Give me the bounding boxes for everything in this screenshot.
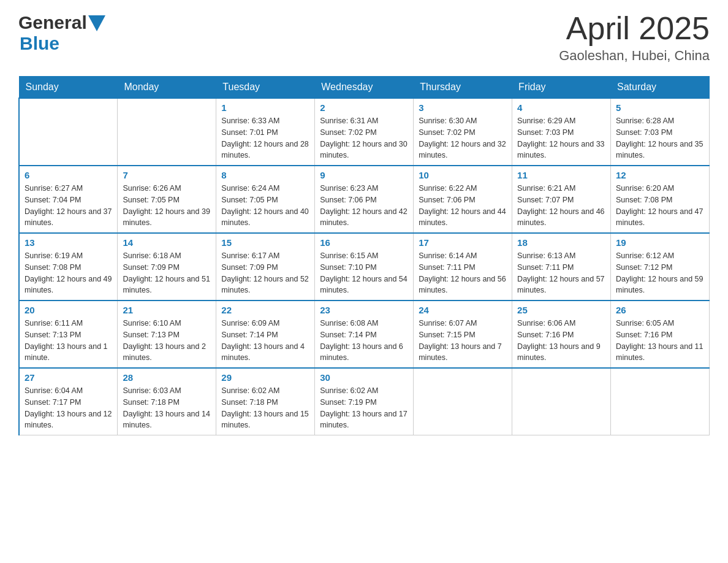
col-header-monday: Monday: [118, 77, 216, 99]
day-number: 19: [616, 237, 704, 248]
sunset-text: Sunset: 7:06 PM: [320, 194, 408, 206]
sunset-text: Sunset: 7:08 PM: [616, 194, 704, 206]
logo-triangle-icon: [88, 15, 105, 31]
sunset-text: Sunset: 7:03 PM: [616, 127, 704, 139]
daylight-text: Daylight: 12 hours and 28 minutes.: [221, 139, 309, 162]
calendar-cell: 2Sunrise: 6:31 AMSunset: 7:02 PMDaylight…: [315, 98, 414, 166]
daylight-text: Daylight: 12 hours and 30 minutes.: [320, 139, 408, 162]
daylight-text: Daylight: 12 hours and 33 minutes.: [517, 139, 605, 162]
daylight-text: Daylight: 12 hours and 39 minutes.: [123, 206, 211, 229]
calendar-cell: 17Sunrise: 6:14 AMSunset: 7:11 PMDayligh…: [414, 233, 512, 301]
day-number: 21: [123, 305, 211, 315]
col-header-thursday: Thursday: [414, 77, 512, 99]
calendar-cell: 4Sunrise: 6:29 AMSunset: 7:03 PMDaylight…: [512, 98, 611, 166]
calendar-cell: 7Sunrise: 6:26 AMSunset: 7:05 PMDaylight…: [118, 166, 216, 233]
col-header-saturday: Saturday: [611, 77, 710, 99]
day-number: 27: [25, 372, 112, 383]
sunset-text: Sunset: 7:13 PM: [25, 329, 112, 341]
sunrise-text: Sunrise: 6:14 AM: [419, 250, 507, 262]
sunset-text: Sunset: 7:11 PM: [517, 262, 605, 274]
calendar-cell: 16Sunrise: 6:15 AMSunset: 7:10 PMDayligh…: [315, 233, 414, 301]
day-info: Sunrise: 6:13 AMSunset: 7:11 PMDaylight:…: [517, 250, 605, 296]
daylight-text: Daylight: 13 hours and 9 minutes.: [517, 341, 605, 364]
sunset-text: Sunset: 7:08 PM: [25, 262, 112, 274]
logo-blue-text: Blue: [20, 33, 59, 53]
daylight-text: Daylight: 12 hours and 57 minutes.: [517, 274, 605, 297]
calendar-week-row: 6Sunrise: 6:27 AMSunset: 7:04 PMDaylight…: [19, 166, 710, 233]
sunset-text: Sunset: 7:18 PM: [221, 397, 309, 408]
sunrise-text: Sunrise: 6:10 AM: [123, 318, 211, 329]
sunset-text: Sunset: 7:06 PM: [419, 194, 507, 206]
calendar-cell: 22Sunrise: 6:09 AMSunset: 7:14 PMDayligh…: [216, 301, 315, 368]
sunrise-text: Sunrise: 6:03 AM: [123, 385, 211, 397]
daylight-text: Daylight: 13 hours and 6 minutes.: [320, 341, 408, 364]
daylight-text: Daylight: 12 hours and 54 minutes.: [320, 274, 408, 297]
sunrise-text: Sunrise: 6:04 AM: [25, 385, 112, 397]
sunrise-text: Sunrise: 6:33 AM: [221, 115, 309, 127]
day-info: Sunrise: 6:31 AMSunset: 7:02 PMDaylight:…: [320, 115, 408, 161]
daylight-text: Daylight: 13 hours and 15 minutes.: [221, 408, 309, 432]
calendar-cell: 25Sunrise: 6:06 AMSunset: 7:16 PMDayligh…: [512, 301, 611, 368]
day-info: Sunrise: 6:20 AMSunset: 7:08 PMDaylight:…: [616, 183, 704, 229]
daylight-text: Daylight: 12 hours and 40 minutes.: [221, 206, 309, 229]
calendar-cell: 5Sunrise: 6:28 AMSunset: 7:03 PMDaylight…: [611, 98, 710, 166]
calendar-cell: 27Sunrise: 6:04 AMSunset: 7:17 PMDayligh…: [19, 368, 118, 435]
sunset-text: Sunset: 7:09 PM: [123, 262, 211, 274]
day-number: 20: [25, 305, 112, 315]
sunrise-text: Sunrise: 6:23 AM: [320, 183, 408, 194]
sunset-text: Sunset: 7:14 PM: [221, 329, 309, 341]
day-info: Sunrise: 6:18 AMSunset: 7:09 PMDaylight:…: [123, 250, 211, 296]
day-number: 9: [320, 170, 408, 180]
calendar-week-row: 20Sunrise: 6:11 AMSunset: 7:13 PMDayligh…: [19, 301, 710, 368]
day-info: Sunrise: 6:03 AMSunset: 7:18 PMDaylight:…: [123, 385, 211, 431]
day-info: Sunrise: 6:26 AMSunset: 7:05 PMDaylight:…: [123, 183, 211, 229]
day-info: Sunrise: 6:22 AMSunset: 7:06 PMDaylight:…: [419, 183, 507, 229]
sunrise-text: Sunrise: 6:02 AM: [221, 385, 309, 397]
col-header-friday: Friday: [512, 77, 611, 99]
calendar-cell: [611, 368, 710, 435]
day-number: 3: [419, 102, 507, 113]
day-info: Sunrise: 6:28 AMSunset: 7:03 PMDaylight:…: [616, 115, 704, 161]
calendar-cell: 29Sunrise: 6:02 AMSunset: 7:18 PMDayligh…: [216, 368, 315, 435]
day-number: 26: [616, 305, 704, 315]
sunset-text: Sunset: 7:01 PM: [221, 127, 309, 139]
daylight-text: Daylight: 12 hours and 42 minutes.: [320, 206, 408, 229]
sunrise-text: Sunrise: 6:17 AM: [221, 250, 309, 262]
day-info: Sunrise: 6:21 AMSunset: 7:07 PMDaylight:…: [517, 183, 605, 229]
sunset-text: Sunset: 7:05 PM: [123, 194, 211, 206]
daylight-text: Daylight: 13 hours and 7 minutes.: [419, 341, 507, 364]
sunrise-text: Sunrise: 6:22 AM: [419, 183, 507, 194]
day-number: 16: [320, 237, 408, 248]
calendar-week-row: 27Sunrise: 6:04 AMSunset: 7:17 PMDayligh…: [19, 368, 710, 435]
calendar-cell: [512, 368, 611, 435]
calendar-cell: 1Sunrise: 6:33 AMSunset: 7:01 PMDaylight…: [216, 98, 315, 166]
daylight-text: Daylight: 12 hours and 46 minutes.: [517, 206, 605, 229]
sunrise-text: Sunrise: 6:12 AM: [616, 250, 704, 262]
page-subtitle: Gaoleshan, Hubei, China: [559, 48, 710, 64]
calendar-cell: 13Sunrise: 6:19 AMSunset: 7:08 PMDayligh…: [19, 233, 118, 301]
logo: General Blue: [18, 12, 105, 54]
calendar-week-row: 1Sunrise: 6:33 AMSunset: 7:01 PMDaylight…: [19, 98, 710, 166]
svg-marker-0: [88, 15, 105, 31]
day-info: Sunrise: 6:09 AMSunset: 7:14 PMDaylight:…: [221, 318, 309, 364]
calendar-cell: 30Sunrise: 6:02 AMSunset: 7:19 PMDayligh…: [315, 368, 414, 435]
sunrise-text: Sunrise: 6:24 AM: [221, 183, 309, 194]
calendar-cell: 26Sunrise: 6:05 AMSunset: 7:16 PMDayligh…: [611, 301, 710, 368]
day-info: Sunrise: 6:10 AMSunset: 7:13 PMDaylight:…: [123, 318, 211, 364]
col-header-wednesday: Wednesday: [315, 77, 414, 99]
day-info: Sunrise: 6:06 AMSunset: 7:16 PMDaylight:…: [517, 318, 605, 364]
sunrise-text: Sunrise: 6:28 AM: [616, 115, 704, 127]
day-number: 14: [123, 237, 211, 248]
sunrise-text: Sunrise: 6:13 AM: [517, 250, 605, 262]
daylight-text: Daylight: 12 hours and 44 minutes.: [419, 206, 507, 229]
calendar-cell: [118, 98, 216, 166]
calendar-cell: 11Sunrise: 6:21 AMSunset: 7:07 PMDayligh…: [512, 166, 611, 233]
sunrise-text: Sunrise: 6:21 AM: [517, 183, 605, 194]
day-info: Sunrise: 6:27 AMSunset: 7:04 PMDaylight:…: [25, 183, 112, 229]
day-number: 22: [221, 305, 309, 315]
day-info: Sunrise: 6:15 AMSunset: 7:10 PMDaylight:…: [320, 250, 408, 296]
sunrise-text: Sunrise: 6:27 AM: [25, 183, 112, 194]
calendar-cell: 21Sunrise: 6:10 AMSunset: 7:13 PMDayligh…: [118, 301, 216, 368]
daylight-text: Daylight: 12 hours and 59 minutes.: [616, 274, 704, 297]
sunrise-text: Sunrise: 6:06 AM: [517, 318, 605, 329]
